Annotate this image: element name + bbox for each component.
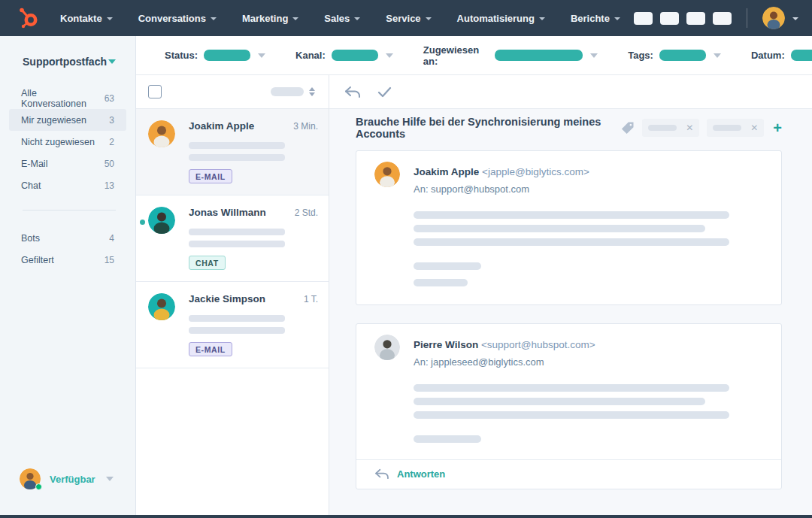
sidebar-item-count: 15 (105, 255, 114, 265)
select-all-checkbox[interactable] (148, 85, 162, 98)
reply-icon[interactable] (344, 86, 361, 98)
agent-avatar (20, 468, 41, 489)
account-chevron-down-icon[interactable] (792, 17, 798, 20)
conversation-item-jonas-willmann[interactable]: Jonas Willmann2 Std. CHAT (136, 195, 329, 282)
mark-done-check-icon[interactable] (377, 86, 392, 98)
inbox-selector[interactable]: Supportpostfach (0, 36, 135, 68)
conversation-time: 3 Min. (293, 121, 318, 132)
sidebar-nav: Alle Konversationen63 Mir zugewiesen3 Ni… (0, 87, 135, 271)
hubspot-inbox-app: Kontakte Conversations Marketing Sales S… (0, 0, 812, 518)
channel-badge: CHAT (189, 256, 226, 270)
filter-status[interactable]: Status: (165, 50, 265, 61)
conversation-item-jackie-simpson[interactable]: Jackie Simpson1 T. E-MAIL (136, 282, 329, 368)
channel-badge: E-MAIL (189, 169, 232, 183)
sender-name: Pierre Wilson (414, 339, 478, 350)
sidebar-divider (23, 210, 116, 211)
nav-action-placeholder[interactable] (713, 12, 732, 25)
message-preview-placeholder (189, 229, 285, 235)
filter-tags[interactable]: Tags: (628, 50, 721, 61)
filter-value-placeholder (204, 50, 250, 61)
sort-arrows-icon (309, 87, 315, 96)
chevron-down-icon (426, 17, 432, 20)
recipient-line: An: support@hubspot.com (414, 183, 589, 195)
contact-name: Jackie Simpson (189, 293, 265, 304)
channel-badge: E-MAIL (189, 342, 232, 356)
sidebar-item-count: 2 (109, 137, 114, 147)
chevron-down-icon (590, 53, 598, 58)
sidebar-item-count: 63 (105, 93, 114, 104)
chevron-down-icon (106, 477, 114, 481)
filter-label: Tags: (628, 50, 653, 61)
avatar (374, 162, 400, 187)
recipient-line: An: jappleseed@biglytics.com (414, 356, 595, 368)
nav-item-service[interactable]: Service (386, 13, 431, 24)
filter-label: Status: (165, 50, 198, 61)
nav-item-berichte[interactable]: Berichte (571, 13, 620, 24)
sidebar-item-label: Mir zugewiesen (21, 115, 86, 126)
sidebar-item-label: Nicht zugewiesen (21, 137, 95, 147)
nav-item-automatisierung[interactable]: Automatisierung (457, 13, 545, 24)
thread-subject: Brauche Hilfe bei der Synchronisierung m… (356, 116, 620, 140)
sort-selector[interactable] (271, 87, 315, 96)
availability-label: Verfügbar (50, 474, 95, 485)
nav-action-placeholder[interactable] (660, 12, 679, 25)
message-preview-placeholder (189, 154, 285, 161)
sidebar-item-mir-zugewiesen[interactable]: Mir zugewiesen3 (9, 109, 126, 131)
nav-item-marketing[interactable]: Marketing (242, 13, 298, 24)
sidebar-item-label: Gefiltert (21, 255, 54, 265)
sidebar-item-chat[interactable]: Chat13 (9, 174, 126, 196)
filter-kanal[interactable]: Kanal: (295, 50, 393, 61)
sidebar-item-email[interactable]: E-Mail50 (9, 153, 126, 174)
nav-item-kontakte[interactable]: Kontakte (60, 13, 113, 24)
nav-action-placeholder[interactable] (686, 12, 705, 25)
filter-value-placeholder (791, 50, 812, 61)
tag-placeholder (648, 125, 677, 131)
filter-value-placeholder (495, 50, 583, 61)
nav-label: Conversations (138, 13, 206, 24)
nav-label: Marketing (242, 13, 288, 24)
avatar (148, 293, 175, 320)
thread-header: Brauche Hilfe bei der Synchronisierung m… (329, 109, 812, 147)
sidebar-item-nicht-zugewiesen[interactable]: Nicht zugewiesen2 (9, 131, 126, 153)
sidebar-item-alle-konversationen[interactable]: Alle Konversationen63 (9, 87, 126, 109)
close-icon[interactable]: ✕ (750, 123, 758, 132)
user-avatar[interactable] (762, 7, 785, 29)
filter-zugewiesen-an[interactable]: Zugewiesen an: (423, 44, 598, 67)
hubspot-logo-icon[interactable] (17, 6, 41, 30)
add-tag-button[interactable]: + (773, 120, 782, 135)
conversation-time: 2 Std. (295, 208, 318, 218)
nav-label: Sales (324, 13, 350, 24)
nav-item-sales[interactable]: Sales (324, 13, 360, 24)
conversation-time: 1 T. (304, 294, 318, 304)
reply-icon (374, 468, 389, 480)
filter-datum[interactable]: Datum: (751, 50, 812, 61)
chevron-down-icon (354, 17, 360, 20)
navbar-right-cluster (634, 7, 798, 29)
contact-name: Jonas Willmann (189, 207, 266, 218)
reply-button[interactable]: Antworten (397, 468, 445, 480)
nav-action-placeholder[interactable] (634, 12, 653, 25)
nav-item-conversations[interactable]: Conversations (138, 13, 217, 24)
chevron-down-icon (539, 17, 545, 20)
tag-icon (620, 121, 635, 135)
sender-name: Joakim Apple (414, 166, 479, 177)
inbox-sidebar: Supportpostfach Alle Konversationen63 Mi… (0, 36, 136, 518)
conversation-item-joakim-apple[interactable]: Joakim Apple3 Min. E-MAIL (136, 109, 329, 195)
email-body-placeholder (414, 211, 763, 286)
sidebar-item-bots[interactable]: Bots4 (9, 227, 126, 249)
sender-email: <support@hubspot.com> (481, 339, 595, 350)
tag-chip[interactable]: ✕ (707, 119, 764, 137)
conversation-detail-column: Brauche Hilfe bei der Synchronisierung m… (329, 75, 812, 518)
sidebar-item-count: 50 (105, 159, 114, 169)
nav-label: Service (386, 13, 420, 24)
sidebar-item-label: Chat (21, 180, 41, 191)
chevron-down-icon (614, 17, 620, 20)
sidebar-item-label: Alle Konversationen (21, 88, 105, 109)
availability-selector[interactable]: Verfügbar (20, 468, 114, 489)
tag-chip[interactable]: ✕ (642, 119, 699, 137)
nav-label: Berichte (571, 13, 610, 24)
chevron-down-icon (386, 53, 393, 58)
sidebar-item-gefiltert[interactable]: Gefiltert15 (9, 249, 126, 271)
close-icon[interactable]: ✕ (686, 123, 693, 132)
sidebar-item-label: Bots (21, 233, 40, 244)
